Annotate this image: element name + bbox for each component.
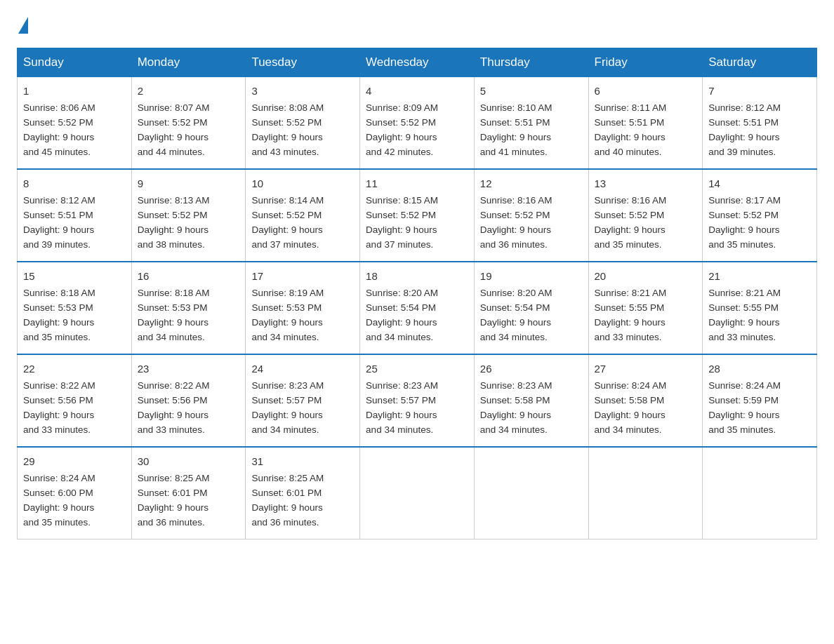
daylight-text: Daylight: 9 hoursand 45 minutes. (23, 132, 94, 157)
day-number: 30 (138, 453, 240, 469)
day-number: 23 (138, 361, 240, 377)
calendar-cell: 15Sunrise: 8:18 AMSunset: 5:53 PMDayligh… (18, 262, 132, 354)
day-number: 8 (23, 175, 126, 192)
sunrise-text: Sunrise: 8:07 AM (138, 102, 210, 113)
calendar-cell: 14Sunrise: 8:17 AMSunset: 5:52 PMDayligh… (703, 169, 817, 262)
sunset-text: Sunset: 5:52 PM (366, 117, 436, 128)
daylight-text: Daylight: 9 hoursand 33 minutes. (708, 317, 779, 342)
calendar-cell: 22Sunrise: 8:22 AMSunset: 5:56 PMDayligh… (18, 354, 132, 447)
daylight-text: Daylight: 9 hoursand 36 minutes. (480, 224, 551, 250)
sunrise-text: Sunrise: 8:20 AM (366, 288, 438, 298)
sunrise-text: Sunrise: 8:22 AM (138, 380, 210, 391)
calendar-cell: 31Sunrise: 8:25 AMSunset: 6:01 PMDayligh… (246, 447, 360, 539)
calendar-cell: 3Sunrise: 8:08 AMSunset: 5:52 PMDaylight… (246, 77, 360, 169)
daylight-text: Daylight: 9 hoursand 39 minutes. (23, 224, 94, 250)
day-number: 16 (138, 268, 240, 284)
day-number: 2 (138, 83, 240, 99)
sunset-text: Sunset: 5:53 PM (23, 302, 93, 313)
daylight-text: Daylight: 9 hoursand 35 minutes. (708, 224, 779, 250)
day-number: 18 (366, 268, 468, 284)
sunrise-text: Sunrise: 8:23 AM (366, 380, 438, 391)
day-number: 26 (480, 361, 583, 377)
logo (17, 17, 29, 34)
logo-triangle-icon (18, 17, 28, 34)
calendar-cell: 2Sunrise: 8:07 AMSunset: 5:52 PMDaylight… (131, 77, 246, 169)
day-number: 12 (480, 175, 583, 192)
week-row-1: 1Sunrise: 8:06 AMSunset: 5:52 PMDaylight… (18, 77, 817, 169)
calendar-cell: 20Sunrise: 8:21 AMSunset: 5:55 PMDayligh… (588, 262, 703, 354)
sunset-text: Sunset: 5:52 PM (138, 210, 208, 220)
sunrise-text: Sunrise: 8:16 AM (595, 195, 667, 206)
sunrise-text: Sunrise: 8:22 AM (23, 380, 95, 391)
day-number: 13 (595, 175, 697, 192)
daylight-text: Daylight: 9 hoursand 34 minutes. (480, 317, 551, 342)
daylight-text: Daylight: 9 hoursand 36 minutes. (138, 502, 208, 528)
page-header (17, 17, 817, 34)
sunset-text: Sunset: 5:52 PM (708, 210, 779, 220)
calendar-cell: 27Sunrise: 8:24 AMSunset: 5:58 PMDayligh… (588, 354, 703, 447)
day-number: 15 (23, 268, 126, 284)
sunrise-text: Sunrise: 8:25 AM (251, 473, 324, 483)
day-number: 31 (251, 453, 354, 469)
sunset-text: Sunset: 5:55 PM (708, 302, 779, 313)
sunset-text: Sunset: 5:52 PM (595, 210, 665, 220)
calendar-cell: 10Sunrise: 8:14 AMSunset: 5:52 PMDayligh… (246, 169, 360, 262)
sunset-text: Sunset: 5:53 PM (251, 302, 322, 313)
sunrise-text: Sunrise: 8:24 AM (23, 473, 95, 483)
sunset-text: Sunset: 5:52 PM (23, 117, 93, 128)
sunrise-text: Sunrise: 8:19 AM (251, 288, 324, 298)
sunrise-text: Sunrise: 8:23 AM (251, 380, 324, 391)
day-number: 1 (23, 83, 126, 99)
sunset-text: Sunset: 5:52 PM (251, 117, 322, 128)
sunset-text: Sunset: 5:57 PM (366, 395, 436, 405)
sunrise-text: Sunrise: 8:11 AM (595, 102, 667, 113)
column-header-monday: Monday (131, 48, 246, 77)
sunrise-text: Sunrise: 8:08 AM (251, 102, 324, 113)
sunset-text: Sunset: 5:56 PM (23, 395, 93, 405)
daylight-text: Daylight: 9 hoursand 34 minutes. (251, 410, 322, 435)
calendar-cell: 7Sunrise: 8:12 AMSunset: 5:51 PMDaylight… (703, 77, 817, 169)
calendar-cell: 12Sunrise: 8:16 AMSunset: 5:52 PMDayligh… (474, 169, 588, 262)
day-number: 22 (23, 361, 126, 377)
day-number: 4 (366, 83, 468, 99)
day-number: 7 (708, 83, 811, 99)
daylight-text: Daylight: 9 hoursand 37 minutes. (251, 224, 322, 250)
daylight-text: Daylight: 9 hoursand 35 minutes. (23, 502, 94, 528)
calendar-cell: 29Sunrise: 8:24 AMSunset: 6:00 PMDayligh… (18, 447, 132, 539)
daylight-text: Daylight: 9 hoursand 40 minutes. (595, 132, 666, 157)
sunset-text: Sunset: 5:51 PM (595, 117, 665, 128)
calendar-cell: 5Sunrise: 8:10 AMSunset: 5:51 PMDaylight… (474, 77, 588, 169)
sunrise-text: Sunrise: 8:06 AM (23, 102, 95, 113)
sunset-text: Sunset: 5:51 PM (23, 210, 93, 220)
daylight-text: Daylight: 9 hoursand 44 minutes. (138, 132, 208, 157)
calendar-header-row: SundayMondayTuesdayWednesdayThursdayFrid… (18, 48, 817, 77)
calendar-cell: 9Sunrise: 8:13 AMSunset: 5:52 PMDaylight… (131, 169, 246, 262)
sunset-text: Sunset: 5:51 PM (708, 117, 779, 128)
daylight-text: Daylight: 9 hoursand 35 minutes. (708, 410, 779, 435)
column-header-wednesday: Wednesday (360, 48, 475, 77)
sunset-text: Sunset: 5:55 PM (595, 302, 665, 313)
day-number: 17 (251, 268, 354, 284)
daylight-text: Daylight: 9 hoursand 33 minutes. (595, 317, 666, 342)
day-number: 5 (480, 83, 583, 99)
sunset-text: Sunset: 5:53 PM (138, 302, 208, 313)
sunrise-text: Sunrise: 8:12 AM (708, 102, 781, 113)
sunrise-text: Sunrise: 8:23 AM (480, 380, 552, 391)
sunrise-text: Sunrise: 8:20 AM (480, 288, 552, 298)
daylight-text: Daylight: 9 hoursand 34 minutes. (138, 317, 208, 342)
sunrise-text: Sunrise: 8:14 AM (251, 195, 324, 206)
calendar-cell: 25Sunrise: 8:23 AMSunset: 5:57 PMDayligh… (360, 354, 475, 447)
calendar-cell: 30Sunrise: 8:25 AMSunset: 6:01 PMDayligh… (131, 447, 246, 539)
daylight-text: Daylight: 9 hoursand 35 minutes. (595, 224, 666, 250)
calendar-cell: 23Sunrise: 8:22 AMSunset: 5:56 PMDayligh… (131, 354, 246, 447)
daylight-text: Daylight: 9 hoursand 39 minutes. (708, 132, 779, 157)
day-number: 14 (708, 175, 811, 192)
sunset-text: Sunset: 6:01 PM (251, 488, 322, 498)
sunset-text: Sunset: 5:57 PM (251, 395, 322, 405)
sunrise-text: Sunrise: 8:18 AM (23, 288, 95, 298)
calendar-cell (703, 447, 817, 539)
sunrise-text: Sunrise: 8:25 AM (138, 473, 210, 483)
week-row-2: 8Sunrise: 8:12 AMSunset: 5:51 PMDaylight… (18, 169, 817, 262)
sunset-text: Sunset: 5:52 PM (138, 117, 208, 128)
calendar-cell: 18Sunrise: 8:20 AMSunset: 5:54 PMDayligh… (360, 262, 475, 354)
